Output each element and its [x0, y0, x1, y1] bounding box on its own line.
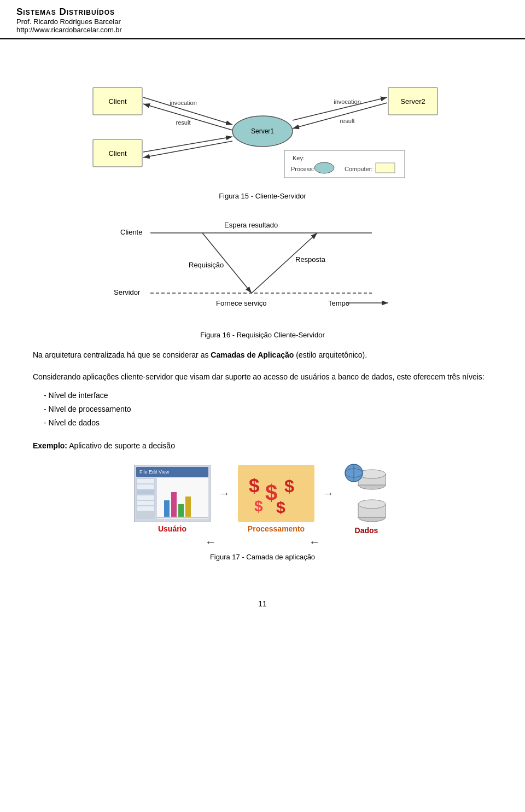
example-paragraph: Exemplo: Aplicativo de suporte a decisão [33, 440, 492, 452]
svg-rect-44 [137, 490, 154, 494]
svg-text:Tempo: Tempo [328, 299, 349, 307]
header-author: Prof. Ricardo Rodrigues Barcelar [16, 17, 509, 26]
svg-point-68 [358, 500, 386, 509]
tier-usuario-label: Usuário [158, 524, 186, 533]
svg-text:Server2: Server2 [400, 97, 425, 106]
dados-cylinder [342, 496, 391, 524]
svg-line-10 [143, 104, 232, 130]
figure-17-container: File Edit View [33, 463, 492, 561]
arrow-right-1: → [211, 487, 238, 500]
svg-text:$: $ [265, 481, 277, 505]
header-url: http://www.ricardobarcelar.com.br [16, 26, 509, 34]
figure-16-container: Cliente Servidor Espera resultado Requis… [33, 210, 492, 339]
svg-rect-46 [137, 501, 154, 505]
dados-globe [342, 463, 391, 493]
svg-text:Fornece serviço: Fornece serviço [216, 299, 266, 307]
considering-paragraph: Considerando aplicações cliente-servidor… [33, 371, 492, 383]
figure-15-container: Client Client Server1 Server2 invocation… [33, 60, 492, 200]
svg-text:Process:: Process: [291, 166, 314, 172]
svg-rect-49 [164, 500, 170, 517]
svg-rect-47 [137, 506, 154, 511]
svg-text:Resposta: Resposta [295, 255, 326, 264]
figure-15-diagram: Client Client Server1 Server2 invocation… [77, 60, 448, 186]
svg-text:Cliente: Cliente [120, 228, 142, 236]
tier-dados-label: Dados [355, 526, 378, 535]
page-number: 11 [0, 599, 525, 608]
svg-text:Requisição: Requisição [189, 261, 224, 269]
svg-rect-45 [137, 495, 154, 500]
usuario-image: File Edit View [134, 465, 211, 522]
tier-usuario: File Edit View [134, 465, 211, 533]
svg-line-17 [143, 141, 232, 157]
example-text: Aplicativo de suporte a decisão [67, 441, 175, 450]
level-1: - Nível de interface [44, 389, 492, 402]
svg-text:Espera resultado: Espera resultado [224, 221, 278, 229]
tier-processamento: $ $ $ $ $ Processamento [238, 465, 314, 533]
processamento-image: $ $ $ $ $ [238, 465, 314, 522]
svg-text:invocation: invocation [170, 100, 197, 106]
svg-rect-51 [178, 504, 184, 517]
svg-text:$: $ [284, 476, 294, 496]
page-header: Sistemas Distribuídos Prof. Ricardo Rodr… [0, 0, 525, 39]
svg-rect-42 [137, 479, 154, 483]
level-2: - Nível de processamento [44, 402, 492, 416]
svg-text:Computer:: Computer: [345, 166, 372, 172]
svg-line-16 [143, 137, 232, 152]
svg-text:Server1: Server1 [251, 127, 274, 135]
svg-text:result: result [340, 118, 355, 124]
svg-text:Key:: Key: [293, 155, 305, 161]
arrow-right-2: → [314, 487, 342, 500]
svg-text:$: $ [254, 498, 263, 515]
level-3: - Nível de dados [44, 416, 492, 430]
tier-processamento-label: Processamento [248, 524, 305, 533]
svg-text:File  Edit  View: File Edit View [139, 469, 170, 475]
svg-text:$: $ [276, 498, 285, 516]
levels-list: - Nível de interface - Nível de processa… [44, 389, 492, 430]
svg-text:Client: Client [108, 149, 127, 157]
svg-rect-52 [185, 496, 191, 517]
svg-rect-50 [171, 492, 177, 517]
svg-text:$: $ [249, 475, 259, 496]
figure-17-caption: Figura 17 - Camada de aplicação [33, 553, 492, 561]
main-paragraph: Na arquitetura centralizada há que se co… [33, 349, 492, 361]
svg-point-21 [314, 162, 334, 173]
main-text-prefix: Na arquitetura centralizada há que se co… [33, 350, 211, 359]
svg-text:Servidor: Servidor [114, 288, 141, 296]
figure-16-diagram: Cliente Servidor Espera resultado Requis… [109, 210, 416, 325]
figure-15-caption: Figura 15 - Cliente-Servidor [33, 192, 492, 200]
main-text-suffix: (estilo arquitetônico). [294, 350, 367, 359]
header-title: Sistemas Distribuídos [16, 7, 509, 17]
main-text-bold: Camadas de Aplicação [211, 350, 294, 359]
svg-rect-23 [376, 163, 395, 173]
three-tier-diagram: File Edit View [134, 463, 391, 535]
example-label: Exemplo: [33, 441, 67, 450]
svg-line-14 [293, 103, 387, 128]
svg-text:invocation: invocation [334, 98, 361, 105]
svg-text:Client: Client [108, 97, 127, 106]
svg-rect-43 [137, 484, 154, 489]
figure-16-caption: Figura 16 - Requisição Cliente-Servidor [33, 331, 492, 339]
svg-text:result: result [176, 119, 191, 126]
tier-dados: Dados [342, 463, 391, 535]
main-content: Client Client Server1 Server2 invocation… [0, 39, 525, 583]
